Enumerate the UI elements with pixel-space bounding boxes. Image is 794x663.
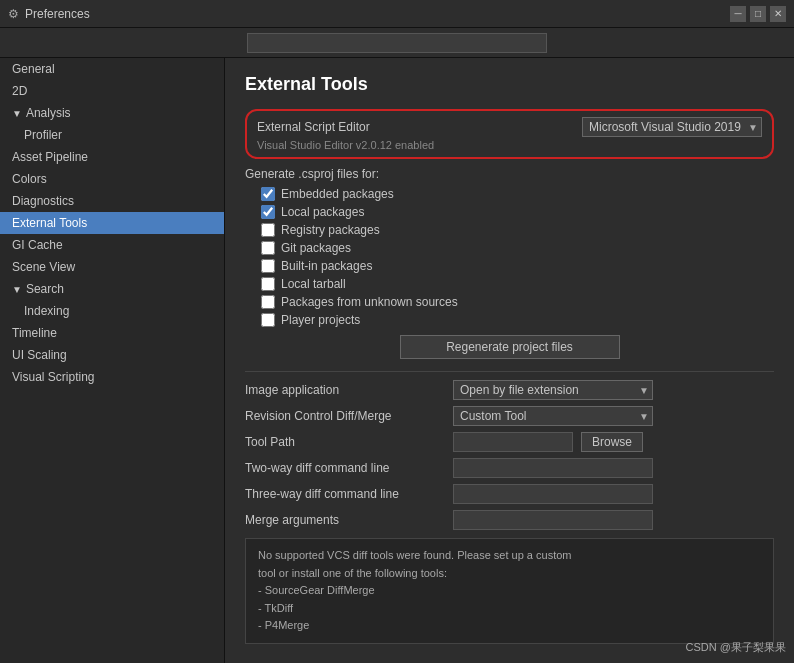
image-app-label: Image application [245,383,445,397]
three-way-label: Three-way diff command line [245,487,445,501]
sidebar: General2D▼AnalysisProfilerAsset Pipeline… [0,58,225,663]
checkbox-git[interactable] [261,241,275,255]
merge-args-label: Merge arguments [245,513,445,527]
caret-icon: ▼ [12,108,22,119]
checkbox-label-unknown[interactable]: Packages from unknown sources [281,295,458,309]
checkbox-player[interactable] [261,313,275,327]
two-way-label: Two-way diff command line [245,461,445,475]
caret-icon: ▼ [12,284,22,295]
search-input[interactable] [247,33,547,53]
sidebar-group-analysis[interactable]: ▼Analysis [0,102,224,124]
checkbox-row-embedded: Embedded packages [245,187,774,201]
sidebar-item-profiler[interactable]: Profiler [0,124,224,146]
image-app-row: Image application Open by file extension… [245,380,774,400]
script-editor-section: External Script Editor Microsoft Visual … [245,109,774,159]
info-box: No supported VCS diff tools were found. … [245,538,774,644]
sidebar-item-scene-view[interactable]: Scene View [0,256,224,278]
checkbox-label-tarball[interactable]: Local tarball [281,277,346,291]
revision-label: Revision Control Diff/Merge [245,409,445,423]
title-bar-title: Preferences [25,7,730,21]
sidebar-item-diagnostics[interactable]: Diagnostics [0,190,224,212]
sidebar-item-external-tools[interactable]: External Tools [0,212,224,234]
regen-btn-row: Regenerate project files [245,335,774,359]
checkbox-builtin[interactable] [261,259,275,273]
checkbox-row-git: Git packages [245,241,774,255]
sidebar-item-gi-cache[interactable]: GI Cache [0,234,224,256]
browse-button[interactable]: Browse [581,432,643,452]
revision-dropdown-wrapper: Custom Tool ▼ [453,406,653,426]
checkbox-embedded[interactable] [261,187,275,201]
revision-row: Revision Control Diff/Merge Custom Tool … [245,406,774,426]
sidebar-item-indexing[interactable]: Indexing [0,300,224,322]
sidebar-item-ui-scaling[interactable]: UI Scaling [0,344,224,366]
sidebar-item-label: Search [26,282,64,296]
revision-dropdown[interactable]: Custom Tool [453,406,653,426]
tool-path-label: Tool Path [245,435,445,449]
sidebar-item-label: Analysis [26,106,71,120]
title-bar: ⚙ Preferences ─ □ ✕ [0,0,794,28]
sidebar-item-asset-pipeline[interactable]: Asset Pipeline [0,146,224,168]
checkboxes-container: Embedded packagesLocal packagesRegistry … [245,187,774,327]
checkbox-row-player: Player projects [245,313,774,327]
image-app-dropdown[interactable]: Open by file extension [453,380,653,400]
checkbox-label-registry[interactable]: Registry packages [281,223,380,237]
checkbox-registry[interactable] [261,223,275,237]
checkbox-row-builtin: Built-in packages [245,259,774,273]
checkbox-label-player[interactable]: Player projects [281,313,360,327]
title-bar-controls: ─ □ ✕ [730,6,786,22]
sidebar-item-general[interactable]: General [0,58,224,80]
minimize-button[interactable]: ─ [730,6,746,22]
sidebar-item-colors[interactable]: Colors [0,168,224,190]
checkbox-row-unknown: Packages from unknown sources [245,295,774,309]
checkbox-label-builtin[interactable]: Built-in packages [281,259,372,273]
checkbox-label-local[interactable]: Local packages [281,205,364,219]
content-area: External Tools External Script Editor Mi… [225,58,794,663]
generate-label: Generate .csproj files for: [245,167,774,181]
vs-enabled-note: Visual Studio Editor v2.0.12 enabled [257,139,762,151]
search-bar-row [0,28,794,58]
title-bar-icon: ⚙ [8,7,19,21]
checkbox-row-registry: Registry packages [245,223,774,237]
main-layout: General2D▼AnalysisProfilerAsset Pipeline… [0,58,794,663]
page-title: External Tools [245,74,774,95]
regenerate-button[interactable]: Regenerate project files [400,335,620,359]
image-app-dropdown-wrapper: Open by file extension ▼ [453,380,653,400]
sidebar-item-2d[interactable]: 2D [0,80,224,102]
checkbox-row-tarball: Local tarball [245,277,774,291]
script-editor-label: External Script Editor [257,120,370,134]
divider-1 [245,371,774,372]
script-editor-dropdown[interactable]: Microsoft Visual Studio 2019 [582,117,762,137]
checkbox-tarball[interactable] [261,277,275,291]
sidebar-group-search[interactable]: ▼Search [0,278,224,300]
two-way-row: Two-way diff command line [245,458,774,478]
merge-args-row: Merge arguments [245,510,774,530]
tool-path-row: Tool Path Browse [245,432,774,452]
sidebar-item-visual-scripting[interactable]: Visual Scripting [0,366,224,388]
close-button[interactable]: ✕ [770,6,786,22]
sidebar-item-timeline[interactable]: Timeline [0,322,224,344]
merge-args-input[interactable] [453,510,653,530]
checkbox-row-local: Local packages [245,205,774,219]
maximize-button[interactable]: □ [750,6,766,22]
tool-path-input[interactable] [453,432,573,452]
checkbox-label-git[interactable]: Git packages [281,241,351,255]
checkbox-unknown[interactable] [261,295,275,309]
three-way-row: Three-way diff command line [245,484,774,504]
checkbox-local[interactable] [261,205,275,219]
script-editor-dropdown-wrapper: Microsoft Visual Studio 2019 ▼ [582,117,762,137]
three-way-input[interactable] [453,484,653,504]
script-editor-row: External Script Editor Microsoft Visual … [257,117,762,137]
two-way-input[interactable] [453,458,653,478]
checkbox-label-embedded[interactable]: Embedded packages [281,187,394,201]
